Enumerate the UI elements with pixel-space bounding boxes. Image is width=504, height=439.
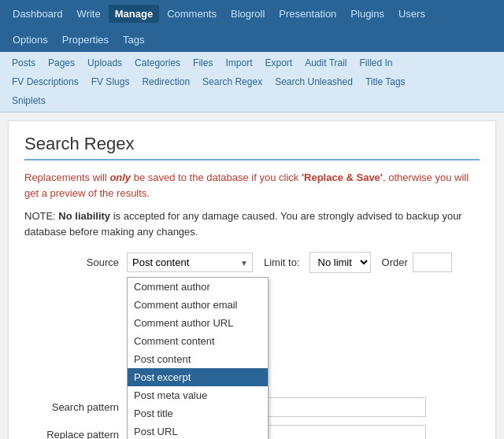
notice-replace: Replacements will only be saved to the d…	[24, 170, 480, 201]
subnav-fv-slugs[interactable]: FV Slugs	[86, 74, 135, 90]
form-area: Source Post content ▼ Limit to: No limit…	[24, 252, 480, 439]
dropdown-post-excerpt[interactable]: Post excerpt	[128, 368, 268, 386]
subnav-export[interactable]: Export	[259, 55, 298, 71]
main-content: Search Regex Replacements will only be s…	[8, 120, 496, 439]
replace-pattern-label: Replace pattern	[24, 429, 127, 439]
nav-properties[interactable]: Properties	[56, 31, 115, 49]
subnav-pages[interactable]: Pages	[43, 55, 80, 71]
source-select-wrapper: Post content ▼	[127, 253, 253, 272]
top-nav-row2: Options Properties Tags	[0, 28, 504, 52]
top-navigation: Dashboard Write Manage Comments Blogroll…	[0, 0, 504, 52]
limit-select[interactable]: No limit	[309, 252, 371, 273]
nav-manage[interactable]: Manage	[109, 5, 159, 23]
sub-navigation: Posts Pages Uploads Categories Files Imp…	[0, 52, 504, 113]
dropdown-post-content[interactable]: Post content	[128, 350, 268, 368]
dropdown-post-meta-value[interactable]: Post meta value	[128, 386, 268, 404]
dropdown-comment-author-url[interactable]: Comment author URL	[128, 314, 268, 332]
source-label: Source	[24, 256, 127, 268]
subnav-categories[interactable]: Categories	[129, 55, 186, 71]
subnav-sniplets[interactable]: Sniplets	[6, 93, 51, 109]
subnav-redirection[interactable]: Redirection	[136, 74, 195, 90]
subnav-title-tags[interactable]: Title Tags	[360, 74, 411, 90]
page-title: Search Regex	[24, 134, 480, 160]
nav-dashboard[interactable]: Dashboard	[6, 5, 69, 23]
subnav-fv-descriptions[interactable]: FV Descriptions	[6, 74, 84, 90]
dropdown-comment-author-email[interactable]: Comment author email	[128, 296, 268, 314]
subnav-filled-in[interactable]: Filled In	[354, 55, 398, 71]
nav-tags[interactable]: Tags	[117, 31, 150, 49]
order-input[interactable]	[413, 253, 452, 272]
subnav-files[interactable]: Files	[187, 55, 218, 71]
nav-blogroll[interactable]: Blogroll	[224, 5, 271, 23]
source-dropdown: Comment author Comment author email Comm…	[127, 277, 269, 439]
subnav-uploads[interactable]: Uploads	[82, 55, 128, 71]
nav-users[interactable]: Users	[392, 5, 432, 23]
order-label: Order	[382, 256, 408, 268]
subnav-audit-trail[interactable]: Audit Trail	[299, 55, 352, 71]
subnav-import[interactable]: Import	[220, 55, 258, 71]
nav-write[interactable]: Write	[71, 5, 107, 23]
sub-nav-row3: Sniplets	[0, 93, 504, 112]
subnav-search-unleashed[interactable]: Search Unleashed	[269, 74, 358, 90]
nav-comments[interactable]: Comments	[161, 5, 223, 23]
sub-nav-row2: FV Descriptions FV Slugs Redirection Sea…	[0, 74, 504, 93]
dropdown-post-title[interactable]: Post title	[128, 404, 268, 422]
search-pattern-label: Search pattern	[24, 401, 127, 413]
dropdown-comment-content[interactable]: Comment content	[128, 332, 268, 350]
source-row: Source Post content ▼ Limit to: No limit…	[24, 252, 480, 273]
nav-plugins[interactable]: Plugins	[344, 5, 391, 23]
nav-options[interactable]: Options	[6, 31, 54, 49]
sub-nav-row1: Posts Pages Uploads Categories Files Imp…	[0, 52, 504, 74]
limit-select-wrapper: No limit	[305, 252, 371, 273]
notice-note: NOTE: No liability is accepted for any d…	[24, 208, 480, 239]
top-nav-row1: Dashboard Write Manage Comments Blogroll…	[0, 0, 504, 28]
dropdown-comment-author[interactable]: Comment author	[128, 278, 268, 296]
nav-presentation[interactable]: Presentation	[272, 5, 343, 23]
subnav-posts[interactable]: Posts	[6, 55, 41, 71]
dropdown-post-url[interactable]: Post URL	[128, 422, 268, 439]
limit-label: Limit to:	[264, 256, 300, 268]
subnav-search-regex[interactable]: Search Regex	[197, 74, 268, 90]
source-select[interactable]: Post content	[127, 253, 253, 272]
